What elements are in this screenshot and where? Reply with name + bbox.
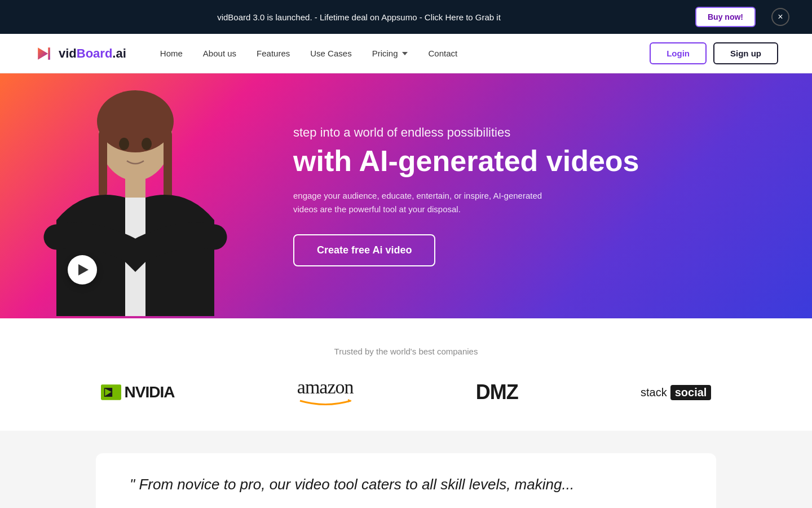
close-banner-button[interactable]: × bbox=[771, 8, 789, 26]
trusted-heading: Trusted by the world's best companies bbox=[45, 347, 767, 356]
nav-pricing[interactable]: Pricing bbox=[372, 49, 408, 58]
banner-text: vidBoard 3.0 is launched. - Lifetime dea… bbox=[23, 12, 695, 22]
dmz-label: DMZ bbox=[476, 380, 518, 404]
svg-marker-11 bbox=[348, 399, 352, 402]
dmz-logo: DMZ bbox=[476, 380, 518, 404]
nav-contact[interactable]: Contact bbox=[428, 49, 457, 58]
play-button[interactable] bbox=[68, 255, 97, 284]
svg-point-5 bbox=[119, 138, 129, 150]
signup-button[interactable]: Sign up bbox=[713, 42, 778, 64]
nav-links: Home About us Features Use Cases Pricing… bbox=[160, 49, 650, 58]
login-button[interactable]: Login bbox=[650, 42, 707, 64]
hero-image-container bbox=[0, 73, 271, 318]
play-icon bbox=[78, 264, 89, 275]
hero-title: with AI-generated videos bbox=[293, 144, 767, 178]
logo[interactable]: vidBoard.ai bbox=[34, 43, 126, 64]
nav-actions: Login Sign up bbox=[650, 42, 778, 64]
hero-subtitle: step into a world of endless possibiliti… bbox=[293, 125, 767, 140]
buy-now-button[interactable]: Buy now! bbox=[695, 7, 756, 27]
create-video-button[interactable]: Create free Ai video bbox=[293, 234, 435, 266]
logo-text: vidBoard.ai bbox=[59, 46, 126, 61]
svg-rect-3 bbox=[164, 130, 172, 203]
svg-rect-4 bbox=[125, 175, 145, 198]
trusted-section: Trusted by the world's best companies NV… bbox=[0, 318, 812, 431]
testimonial-quote: " From novice to pro, our video tool cat… bbox=[130, 476, 682, 493]
amazon-logo: amazon bbox=[297, 376, 354, 408]
hero-description: engage your audience, educate, entertain… bbox=[293, 189, 564, 216]
nav-home[interactable]: Home bbox=[160, 49, 183, 58]
navbar: vidBoard.ai Home About us Features Use C… bbox=[0, 34, 812, 73]
svg-rect-2 bbox=[99, 130, 107, 198]
nav-use-cases[interactable]: Use Cases bbox=[310, 49, 351, 58]
svg-point-6 bbox=[142, 138, 152, 150]
nvidia-label: NVIDIA bbox=[125, 383, 175, 401]
hero-content: step into a world of endless possibiliti… bbox=[271, 91, 812, 301]
logo-icon bbox=[34, 43, 54, 64]
testimonial-card: " From novice to pro, our video tool cat… bbox=[96, 453, 716, 508]
hero-section: step into a world of endless possibiliti… bbox=[0, 73, 812, 318]
nvidia-logo: NVIDIA bbox=[101, 383, 175, 401]
nav-features[interactable]: Features bbox=[257, 49, 290, 58]
amazon-label: amazon bbox=[297, 376, 354, 398]
svg-point-1 bbox=[97, 90, 174, 152]
testimonial-section: " From novice to pro, our video tool cat… bbox=[0, 431, 812, 508]
pricing-chevron-icon bbox=[402, 52, 408, 55]
nav-about[interactable]: About us bbox=[203, 49, 236, 58]
stacksocial-logo: stack social bbox=[641, 385, 711, 400]
nvidia-icon bbox=[101, 384, 121, 400]
brands-row: NVIDIA amazon DMZ stack social bbox=[45, 376, 767, 408]
amazon-smile-icon bbox=[297, 398, 354, 406]
hero-person-image bbox=[0, 73, 271, 316]
top-banner: vidBoard 3.0 is launched. - Lifetime dea… bbox=[0, 0, 812, 34]
